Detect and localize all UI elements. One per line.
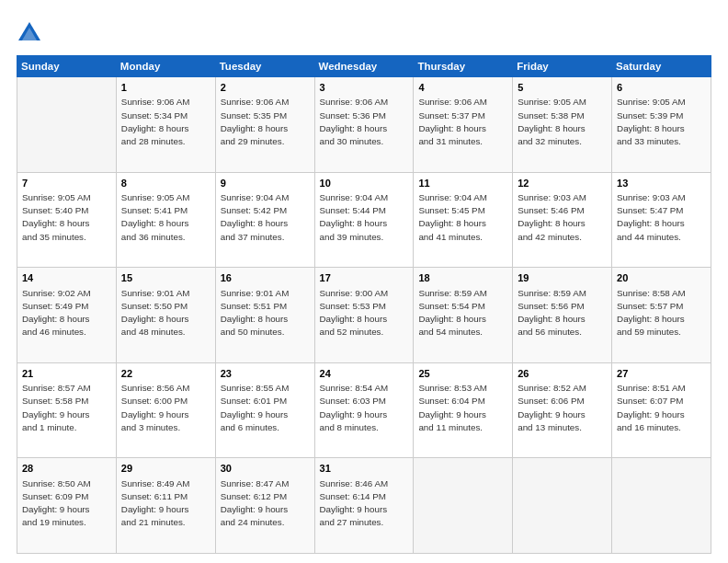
calendar-cell: 21Sunrise: 8:57 AMSunset: 5:58 PMDayligh… [17, 362, 117, 458]
day-info: Sunrise: 8:54 AMSunset: 6:03 PMDaylight:… [320, 382, 409, 434]
day-number: 16 [221, 271, 310, 285]
calendar-day-header: Monday [116, 56, 215, 77]
calendar-header-row: SundayMondayTuesdayWednesdayThursdayFrid… [17, 56, 711, 77]
calendar-cell: 8Sunrise: 9:05 AMSunset: 5:41 PMDaylight… [116, 172, 215, 268]
calendar-cell: 17Sunrise: 9:00 AMSunset: 5:53 PMDayligh… [314, 268, 414, 363]
day-number: 25 [418, 367, 507, 381]
day-number: 15 [121, 271, 210, 285]
day-number: 27 [617, 367, 706, 381]
calendar-day-header: Wednesday [314, 56, 414, 77]
calendar-cell: 25Sunrise: 8:53 AMSunset: 6:04 PMDayligh… [414, 362, 513, 458]
calendar-cell: 18Sunrise: 8:59 AMSunset: 5:54 PMDayligh… [414, 268, 513, 363]
calendar-cell: 27Sunrise: 8:51 AMSunset: 6:07 PMDayligh… [612, 362, 711, 458]
day-number: 9 [221, 177, 310, 190]
day-number: 11 [418, 177, 507, 190]
day-info: Sunrise: 9:06 AMSunset: 5:36 PMDaylight:… [320, 96, 409, 148]
day-number: 3 [320, 81, 409, 95]
day-info: Sunrise: 9:06 AMSunset: 5:35 PMDaylight:… [221, 96, 310, 148]
calendar-week-row: 1Sunrise: 9:06 AMSunset: 5:34 PMDaylight… [17, 77, 711, 173]
calendar-cell: 24Sunrise: 8:54 AMSunset: 6:03 PMDayligh… [314, 362, 414, 458]
calendar-cell: 30Sunrise: 8:47 AMSunset: 6:12 PMDayligh… [215, 458, 314, 554]
logo [17, 17, 46, 46]
calendar-cell: 15Sunrise: 9:01 AMSunset: 5:50 PMDayligh… [116, 268, 215, 363]
day-info: Sunrise: 9:04 AMSunset: 5:44 PMDaylight:… [320, 191, 409, 244]
day-info: Sunrise: 9:02 AMSunset: 5:49 PMDaylight:… [22, 287, 111, 339]
calendar-day-header: Friday [513, 56, 612, 77]
day-number: 21 [22, 367, 111, 381]
calendar-cell: 22Sunrise: 8:56 AMSunset: 6:00 PMDayligh… [116, 362, 215, 458]
day-info: Sunrise: 8:49 AMSunset: 6:11 PMDaylight:… [121, 477, 210, 530]
day-info: Sunrise: 9:00 AMSunset: 5:53 PMDaylight:… [320, 287, 409, 339]
calendar-cell: 13Sunrise: 9:03 AMSunset: 5:47 PMDayligh… [612, 172, 711, 268]
day-info: Sunrise: 9:01 AMSunset: 5:50 PMDaylight:… [121, 287, 210, 339]
calendar-cell [414, 458, 513, 554]
day-number: 7 [22, 177, 111, 190]
calendar-cell: 19Sunrise: 8:59 AMSunset: 5:56 PMDayligh… [513, 268, 612, 363]
day-info: Sunrise: 8:50 AMSunset: 6:09 PMDaylight:… [22, 477, 111, 530]
day-number: 24 [320, 367, 409, 381]
calendar-cell [17, 77, 117, 173]
day-number: 19 [518, 271, 607, 285]
day-number: 22 [121, 367, 210, 381]
calendar-cell: 23Sunrise: 8:55 AMSunset: 6:01 PMDayligh… [215, 362, 314, 458]
day-info: Sunrise: 9:03 AMSunset: 5:46 PMDaylight:… [518, 191, 607, 244]
day-number: 18 [418, 271, 507, 285]
calendar-cell: 16Sunrise: 9:01 AMSunset: 5:51 PMDayligh… [215, 268, 314, 363]
day-number: 29 [121, 462, 210, 476]
day-info: Sunrise: 8:59 AMSunset: 5:56 PMDaylight:… [518, 287, 607, 339]
calendar-week-row: 7Sunrise: 9:05 AMSunset: 5:40 PMDaylight… [17, 172, 711, 268]
header [17, 17, 711, 46]
calendar-cell: 10Sunrise: 9:04 AMSunset: 5:44 PMDayligh… [314, 172, 414, 268]
day-info: Sunrise: 8:59 AMSunset: 5:54 PMDaylight:… [418, 287, 507, 339]
calendar-cell: 3Sunrise: 9:06 AMSunset: 5:36 PMDaylight… [314, 77, 414, 173]
day-info: Sunrise: 9:06 AMSunset: 5:37 PMDaylight:… [418, 96, 507, 148]
calendar-cell: 29Sunrise: 8:49 AMSunset: 6:11 PMDayligh… [116, 458, 215, 554]
calendar-cell: 31Sunrise: 8:46 AMSunset: 6:14 PMDayligh… [314, 458, 414, 554]
day-number: 20 [617, 271, 706, 285]
calendar-cell: 4Sunrise: 9:06 AMSunset: 5:37 PMDaylight… [414, 77, 513, 173]
calendar-cell: 5Sunrise: 9:05 AMSunset: 5:38 PMDaylight… [513, 77, 612, 173]
day-info: Sunrise: 8:55 AMSunset: 6:01 PMDaylight:… [221, 382, 310, 434]
day-info: Sunrise: 9:05 AMSunset: 5:41 PMDaylight:… [121, 191, 210, 244]
calendar-cell [513, 458, 612, 554]
day-info: Sunrise: 9:05 AMSunset: 5:40 PMDaylight:… [22, 191, 111, 244]
calendar-cell: 1Sunrise: 9:06 AMSunset: 5:34 PMDaylight… [116, 77, 215, 173]
calendar-cell: 7Sunrise: 9:05 AMSunset: 5:40 PMDaylight… [17, 172, 117, 268]
day-number: 2 [221, 81, 310, 95]
calendar-day-header: Saturday [612, 56, 711, 77]
day-info: Sunrise: 8:46 AMSunset: 6:14 PMDaylight:… [320, 477, 409, 530]
day-number: 17 [320, 271, 409, 285]
day-number: 26 [518, 367, 607, 381]
calendar-table: SundayMondayTuesdayWednesdayThursdayFrid… [17, 55, 711, 554]
day-info: Sunrise: 9:04 AMSunset: 5:42 PMDaylight:… [221, 191, 310, 244]
calendar-day-header: Thursday [414, 56, 513, 77]
calendar-week-row: 14Sunrise: 9:02 AMSunset: 5:49 PMDayligh… [17, 268, 711, 363]
calendar-day-header: Tuesday [215, 56, 314, 77]
page: SundayMondayTuesdayWednesdayThursdayFrid… [0, 0, 728, 563]
calendar-cell: 11Sunrise: 9:04 AMSunset: 5:45 PMDayligh… [414, 172, 513, 268]
day-number: 4 [418, 81, 507, 95]
day-info: Sunrise: 8:52 AMSunset: 6:06 PMDaylight:… [518, 382, 607, 434]
calendar-cell [612, 458, 711, 554]
calendar-cell: 26Sunrise: 8:52 AMSunset: 6:06 PMDayligh… [513, 362, 612, 458]
day-info: Sunrise: 9:04 AMSunset: 5:45 PMDaylight:… [418, 191, 507, 244]
logo-icon [17, 20, 42, 46]
day-info: Sunrise: 9:06 AMSunset: 5:34 PMDaylight:… [121, 96, 210, 148]
calendar-cell: 2Sunrise: 9:06 AMSunset: 5:35 PMDaylight… [215, 77, 314, 173]
calendar-cell: 20Sunrise: 8:58 AMSunset: 5:57 PMDayligh… [612, 268, 711, 363]
day-number: 1 [121, 81, 210, 95]
day-number: 6 [617, 81, 706, 95]
calendar-cell: 6Sunrise: 9:05 AMSunset: 5:39 PMDaylight… [612, 77, 711, 173]
calendar-cell: 14Sunrise: 9:02 AMSunset: 5:49 PMDayligh… [17, 268, 117, 363]
day-info: Sunrise: 9:05 AMSunset: 5:38 PMDaylight:… [518, 96, 607, 148]
day-info: Sunrise: 9:03 AMSunset: 5:47 PMDaylight:… [617, 191, 706, 244]
day-number: 10 [320, 177, 409, 190]
day-number: 31 [320, 462, 409, 476]
day-number: 12 [518, 177, 607, 190]
calendar-day-header: Sunday [17, 56, 117, 77]
day-number: 8 [121, 177, 210, 190]
calendar-cell: 28Sunrise: 8:50 AMSunset: 6:09 PMDayligh… [17, 458, 117, 554]
day-info: Sunrise: 9:05 AMSunset: 5:39 PMDaylight:… [617, 96, 706, 148]
day-number: 23 [221, 367, 310, 381]
calendar-cell: 12Sunrise: 9:03 AMSunset: 5:46 PMDayligh… [513, 172, 612, 268]
